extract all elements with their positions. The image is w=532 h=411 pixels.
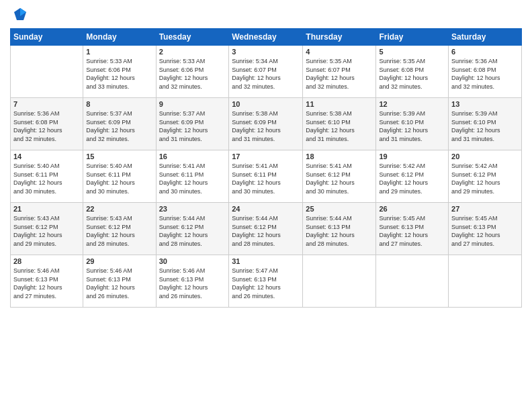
calendar-cell: [11, 46, 83, 98]
calendar-week-5: 28Sunrise: 5:46 AM Sunset: 6:13 PM Dayli…: [11, 255, 522, 308]
calendar-cell: 9Sunrise: 5:37 AM Sunset: 6:09 PM Daylig…: [156, 98, 229, 150]
day-header-friday: Friday: [376, 29, 449, 46]
day-info: Sunrise: 5:35 AM Sunset: 6:08 PM Dayligh…: [379, 57, 445, 91]
day-info: Sunrise: 5:38 AM Sunset: 6:10 PM Dayligh…: [306, 109, 373, 143]
calendar-cell: 11Sunrise: 5:38 AM Sunset: 6:10 PM Dayli…: [303, 98, 376, 150]
day-info: Sunrise: 5:46 AM Sunset: 6:13 PM Dayligh…: [159, 267, 226, 300]
day-info: Sunrise: 5:41 AM Sunset: 6:11 PM Dayligh…: [159, 162, 226, 195]
day-info: Sunrise: 5:41 AM Sunset: 6:11 PM Dayligh…: [232, 162, 300, 195]
logo: [10, 7, 28, 24]
day-info: Sunrise: 5:40 AM Sunset: 6:11 PM Dayligh…: [86, 162, 152, 195]
main-container: SundayMondayTuesdayWednesdayThursdayFrid…: [0, 0, 532, 314]
calendar-cell: 12Sunrise: 5:39 AM Sunset: 6:10 PM Dayli…: [376, 98, 449, 150]
day-info: Sunrise: 5:33 AM Sunset: 6:06 PM Dayligh…: [86, 57, 152, 91]
day-number: 29: [86, 257, 152, 265]
day-number: 22: [86, 205, 152, 213]
calendar-cell: 26Sunrise: 5:45 AM Sunset: 6:13 PM Dayli…: [376, 203, 449, 255]
calendar-table: SundayMondayTuesdayWednesdayThursdayFrid…: [10, 28, 522, 308]
day-info: Sunrise: 5:42 AM Sunset: 6:12 PM Dayligh…: [379, 162, 445, 195]
day-header-tuesday: Tuesday: [156, 29, 229, 46]
calendar-cell: [376, 255, 449, 308]
day-header-wednesday: Wednesday: [229, 29, 303, 46]
calendar-cell: 17Sunrise: 5:41 AM Sunset: 6:11 PM Dayli…: [229, 150, 303, 203]
day-number: 27: [451, 205, 519, 213]
calendar-cell: 29Sunrise: 5:46 AM Sunset: 6:13 PM Dayli…: [83, 255, 156, 308]
day-number: 20: [451, 152, 519, 161]
day-info: Sunrise: 5:35 AM Sunset: 6:07 PM Dayligh…: [306, 57, 373, 91]
day-info: Sunrise: 5:37 AM Sunset: 6:09 PM Dayligh…: [86, 109, 152, 143]
day-info: Sunrise: 5:34 AM Sunset: 6:07 PM Dayligh…: [232, 57, 300, 91]
calendar-cell: 2Sunrise: 5:33 AM Sunset: 6:06 PM Daylig…: [156, 46, 229, 98]
calendar-cell: [303, 255, 376, 308]
day-number: 28: [13, 257, 80, 265]
day-number: 23: [159, 205, 226, 213]
day-number: 18: [306, 152, 373, 161]
day-info: Sunrise: 5:36 AM Sunset: 6:08 PM Dayligh…: [13, 109, 80, 143]
calendar-cell: 31Sunrise: 5:47 AM Sunset: 6:13 PM Dayli…: [229, 255, 303, 308]
day-number: 19: [379, 152, 445, 161]
day-number: 3: [232, 48, 300, 56]
day-number: 31: [232, 257, 300, 265]
calendar-cell: 21Sunrise: 5:43 AM Sunset: 6:12 PM Dayli…: [11, 203, 83, 255]
day-info: Sunrise: 5:40 AM Sunset: 6:11 PM Dayligh…: [13, 162, 80, 195]
day-number: 21: [13, 205, 80, 213]
calendar-cell: 24Sunrise: 5:44 AM Sunset: 6:12 PM Dayli…: [229, 203, 303, 255]
calendar-cell: 1Sunrise: 5:33 AM Sunset: 6:06 PM Daylig…: [83, 46, 156, 98]
day-info: Sunrise: 5:47 AM Sunset: 6:13 PM Dayligh…: [232, 267, 300, 300]
day-number: 13: [451, 100, 519, 108]
calendar-cell: 3Sunrise: 5:34 AM Sunset: 6:07 PM Daylig…: [229, 46, 303, 98]
calendar-cell: 23Sunrise: 5:44 AM Sunset: 6:12 PM Dayli…: [156, 203, 229, 255]
calendar-cell: 20Sunrise: 5:42 AM Sunset: 6:12 PM Dayli…: [449, 150, 522, 203]
day-info: Sunrise: 5:43 AM Sunset: 6:12 PM Dayligh…: [13, 214, 80, 248]
day-info: Sunrise: 5:45 AM Sunset: 6:13 PM Dayligh…: [379, 214, 445, 248]
calendar-cell: 13Sunrise: 5:39 AM Sunset: 6:10 PM Dayli…: [449, 98, 522, 150]
day-header-saturday: Saturday: [449, 29, 522, 46]
day-number: 8: [86, 100, 152, 108]
day-info: Sunrise: 5:39 AM Sunset: 6:10 PM Dayligh…: [451, 109, 519, 143]
day-number: 1: [86, 48, 152, 56]
calendar-cell: [449, 255, 522, 308]
calendar-cell: 4Sunrise: 5:35 AM Sunset: 6:07 PM Daylig…: [303, 46, 376, 98]
day-number: 30: [159, 257, 226, 265]
day-info: Sunrise: 5:33 AM Sunset: 6:06 PM Dayligh…: [159, 57, 226, 91]
day-info: Sunrise: 5:44 AM Sunset: 6:12 PM Dayligh…: [232, 214, 300, 248]
day-number: 5: [379, 48, 445, 56]
calendar-cell: 18Sunrise: 5:41 AM Sunset: 6:12 PM Dayli…: [303, 150, 376, 203]
calendar-cell: 5Sunrise: 5:35 AM Sunset: 6:08 PM Daylig…: [376, 46, 449, 98]
day-number: 11: [306, 100, 373, 108]
day-number: 24: [232, 205, 300, 213]
day-info: Sunrise: 5:37 AM Sunset: 6:09 PM Dayligh…: [159, 109, 226, 143]
header: [10, 7, 522, 24]
calendar-cell: 25Sunrise: 5:44 AM Sunset: 6:13 PM Dayli…: [303, 203, 376, 255]
day-number: 7: [13, 100, 80, 108]
day-number: 17: [232, 152, 300, 161]
day-number: 10: [232, 100, 300, 108]
day-info: Sunrise: 5:46 AM Sunset: 6:13 PM Dayligh…: [86, 267, 152, 300]
day-info: Sunrise: 5:39 AM Sunset: 6:10 PM Dayligh…: [379, 109, 445, 143]
day-number: 14: [13, 152, 80, 161]
day-header-thursday: Thursday: [303, 29, 376, 46]
day-info: Sunrise: 5:44 AM Sunset: 6:12 PM Dayligh…: [159, 214, 226, 248]
day-info: Sunrise: 5:36 AM Sunset: 6:08 PM Dayligh…: [451, 57, 519, 91]
calendar-cell: 16Sunrise: 5:41 AM Sunset: 6:11 PM Dayli…: [156, 150, 229, 203]
day-info: Sunrise: 5:41 AM Sunset: 6:12 PM Dayligh…: [306, 162, 373, 195]
calendar-cell: 6Sunrise: 5:36 AM Sunset: 6:08 PM Daylig…: [449, 46, 522, 98]
day-number: 12: [379, 100, 445, 108]
day-number: 4: [306, 48, 373, 56]
day-number: 15: [86, 152, 152, 161]
day-info: Sunrise: 5:45 AM Sunset: 6:13 PM Dayligh…: [451, 214, 519, 248]
calendar-header-row: SundayMondayTuesdayWednesdayThursdayFrid…: [11, 29, 522, 46]
day-number: 2: [159, 48, 226, 56]
calendar-cell: 30Sunrise: 5:46 AM Sunset: 6:13 PM Dayli…: [156, 255, 229, 308]
day-number: 9: [159, 100, 226, 108]
calendar-cell: 19Sunrise: 5:42 AM Sunset: 6:12 PM Dayli…: [376, 150, 449, 203]
day-info: Sunrise: 5:46 AM Sunset: 6:13 PM Dayligh…: [13, 267, 80, 300]
day-number: 6: [451, 48, 519, 56]
calendar-week-1: 1Sunrise: 5:33 AM Sunset: 6:06 PM Daylig…: [11, 46, 522, 98]
day-header-monday: Monday: [83, 29, 156, 46]
calendar-week-3: 14Sunrise: 5:40 AM Sunset: 6:11 PM Dayli…: [11, 150, 522, 203]
day-number: 26: [379, 205, 445, 213]
calendar-cell: 27Sunrise: 5:45 AM Sunset: 6:13 PM Dayli…: [449, 203, 522, 255]
calendar-week-2: 7Sunrise: 5:36 AM Sunset: 6:08 PM Daylig…: [11, 98, 522, 150]
day-info: Sunrise: 5:38 AM Sunset: 6:09 PM Dayligh…: [232, 109, 300, 143]
